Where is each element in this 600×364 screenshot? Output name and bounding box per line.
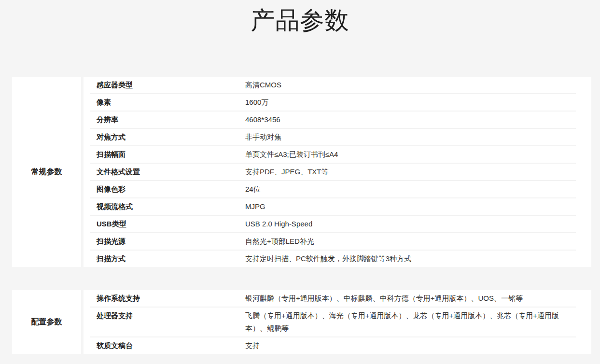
spec-label: 软质文稿台 bbox=[97, 339, 245, 352]
section-name-cell: 配置参数 bbox=[12, 290, 81, 354]
table-row: 扫描光源自然光+顶部LED补光 bbox=[90, 233, 576, 251]
spec-value: 支持PDF、JPEG、TXT等 bbox=[245, 166, 576, 178]
table-row: 对焦方式非手动对焦 bbox=[90, 129, 576, 146]
product-spec-page: 产品参数 常规参数 感应器类型高清CMOS像素1600万分辨率4608*3456… bbox=[0, 0, 600, 364]
page-title: 产品参数 bbox=[0, 7, 600, 34]
spec-label: USB类型 bbox=[97, 218, 245, 230]
spec-label: 扫描光源 bbox=[97, 235, 245, 248]
section-general-params: 常规参数 感应器类型高清CMOS像素1600万分辨率4608*3456对焦方式非… bbox=[12, 77, 591, 267]
table-row: 软质文稿台支持 bbox=[90, 337, 576, 354]
spec-value: 24位 bbox=[245, 183, 576, 196]
table-row: 文件格式设置支持PDF、JPEG、TXT等 bbox=[90, 164, 576, 181]
spec-value: 高清CMOS bbox=[245, 79, 576, 91]
spec-value: 支持 bbox=[245, 339, 576, 352]
spec-value: 单页文件≤A3;已装订书刊≤A4 bbox=[245, 148, 576, 161]
table-row: 扫描幅面单页文件≤A3;已装订书刊≤A4 bbox=[90, 146, 576, 164]
section-config-params: 配置参数 操作系统支持银河麒麟（专用+通用版本）、中标麒麟、中科方德（专用+通用… bbox=[12, 290, 591, 354]
spec-label: 操作系统支持 bbox=[97, 292, 245, 305]
table-row: USB类型USB 2.0 High-Speed bbox=[90, 216, 576, 233]
spec-label: 文件格式设置 bbox=[97, 166, 245, 178]
spec-label: 对焦方式 bbox=[97, 131, 245, 143]
spec-label: 分辨率 bbox=[97, 113, 245, 126]
table-row: 处理器支持飞腾（专用+通用版本）、海光（专用+通用版本）、龙芯（专用+通用版本）… bbox=[90, 308, 576, 337]
spec-value: USB 2.0 High-Speed bbox=[245, 218, 576, 230]
spec-label: 感应器类型 bbox=[97, 79, 245, 91]
spec-label: 视频流格式 bbox=[97, 200, 245, 213]
spec-value: 4608*3456 bbox=[245, 113, 576, 126]
table-row: 视频流格式MJPG bbox=[90, 198, 576, 216]
spec-value: 自然光+顶部LED补光 bbox=[245, 235, 576, 248]
spec-label: 图像色彩 bbox=[97, 183, 245, 196]
section-name-cell: 常规参数 bbox=[12, 77, 81, 267]
spec-label: 处理器支持 bbox=[97, 309, 245, 322]
section-name: 常规参数 bbox=[31, 167, 62, 177]
spec-label: 扫描方式 bbox=[97, 252, 245, 265]
spec-table: 感应器类型高清CMOS像素1600万分辨率4608*3456对焦方式非手动对焦扫… bbox=[84, 77, 591, 267]
spec-value: 1600万 bbox=[245, 96, 576, 109]
spec-value: 银河麒麟（专用+通用版本）、中标麒麟、中科方德（专用+通用版本）、UOS、一铭等 bbox=[245, 292, 576, 305]
table-row: 扫描方式支持定时扫描、PC软件触发，外接脚踏键等3种方式 bbox=[90, 251, 576, 267]
spec-value: 非手动对焦 bbox=[245, 131, 576, 143]
section-name: 配置参数 bbox=[31, 317, 62, 327]
spec-label: 像素 bbox=[97, 96, 245, 109]
table-row: 图像色彩24位 bbox=[90, 181, 576, 198]
table-row: 分辨率4608*3456 bbox=[90, 112, 576, 129]
table-row: 操作系统支持银河麒麟（专用+通用版本）、中标麒麟、中科方德（专用+通用版本）、U… bbox=[90, 290, 576, 308]
spec-value: 支持定时扫描、PC软件触发，外接脚踏键等3种方式 bbox=[245, 252, 576, 265]
spec-label: 扫描幅面 bbox=[97, 148, 245, 161]
spec-table: 操作系统支持银河麒麟（专用+通用版本）、中标麒麟、中科方德（专用+通用版本）、U… bbox=[84, 290, 591, 354]
table-row: 像素1600万 bbox=[90, 94, 576, 112]
spec-value: 飞腾（专用+通用版本）、海光（专用+通用版本）、龙芯（专用+通用版本）、兆芯（专… bbox=[245, 309, 576, 335]
spec-value: MJPG bbox=[245, 200, 576, 213]
table-row: 感应器类型高清CMOS bbox=[90, 77, 576, 94]
